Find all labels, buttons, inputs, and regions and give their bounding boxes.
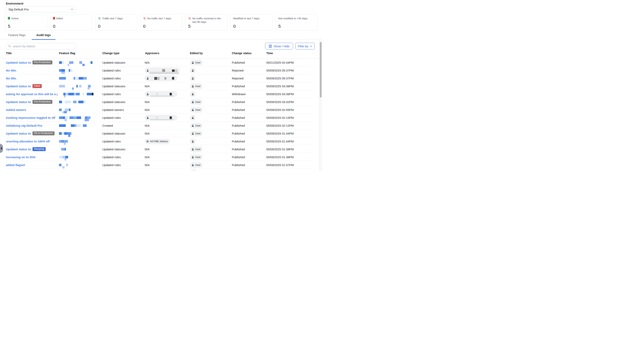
- feature-flag-redacted: [59, 101, 88, 103]
- approvers-redacted-pill: [145, 76, 177, 81]
- tab-feature-flags[interactable]: Feature flags: [4, 33, 30, 39]
- feature-flag-redacted: [59, 61, 92, 64]
- cell-change-status: Rejected: [232, 74, 265, 82]
- cell-edited-by: [190, 90, 231, 98]
- table-row: No title.Updated rulesRejected05/09/2025…: [0, 66, 322, 74]
- table-row: Added ownersUpdated ownersN/AUserPublish…: [0, 106, 322, 114]
- cell-feature-flag: [59, 90, 100, 98]
- audit-title-link[interactable]: No title.: [6, 77, 17, 80]
- edited-by-label: User: [195, 124, 201, 127]
- active-square-icon: [8, 17, 10, 20]
- audit-title-link[interactable]: asking for approval so this will be a pe: [6, 92, 58, 96]
- table-row: initializing stg-Default ProCreatedN/AUs…: [0, 122, 322, 129]
- approvers-redacted-pill: [145, 115, 177, 120]
- cell-approvers: All FME Admins: [145, 137, 189, 145]
- audit-title-link[interactable]: Updated status to: [6, 85, 31, 88]
- column-header-time: Time: [266, 52, 273, 55]
- cell-time: 05/21/2025 02:44PM: [266, 59, 318, 66]
- cell-feature-flag: [59, 74, 100, 82]
- edited-by-avatar-pill: [190, 76, 196, 81]
- cell-feature-flag: [59, 98, 100, 106]
- audit-title-link[interactable]: Added owners: [6, 108, 26, 112]
- edited-by-user-pill: User: [190, 123, 203, 128]
- stat-card-value: 5: [8, 24, 10, 29]
- cell-approvers: N/A: [145, 129, 189, 137]
- scrollbar-thumb[interactable]: [320, 42, 322, 98]
- cell-edited-by: [190, 74, 231, 82]
- table-body: Updated status toPre-ProductionUpdated s…: [0, 59, 322, 169]
- stat-card-label-text: Modified in last 7 days: [233, 17, 260, 20]
- cell-change-status: Published: [232, 114, 265, 122]
- stat-card: Not modified in >30 days5: [275, 14, 318, 31]
- cell-change-type: Updated rules: [102, 114, 144, 122]
- feature-flag-redacted: [59, 140, 68, 143]
- edited-by-user-pill: User: [190, 154, 203, 160]
- environment-select[interactable]: Stg-Default Pro: [6, 6, 76, 13]
- column-header-edited-by: Edited by: [190, 52, 203, 55]
- show-hide-button[interactable]: Show / Hide: [265, 43, 293, 50]
- scrollbar-track: [319, 40, 322, 171]
- person-icon: [192, 93, 194, 95]
- edited-by-label: User: [195, 156, 201, 159]
- cell-title: increasing on to 25%: [6, 153, 58, 161]
- cell-change-type: Updated statuses: [102, 98, 144, 106]
- cell-time: 05/09/2025 02:12PM: [266, 122, 318, 129]
- stat-card-label: Not modified in >30 days: [278, 17, 314, 20]
- environment-value: Stg-Default Pro: [8, 8, 29, 11]
- audit-title-link[interactable]: Updated status to: [6, 148, 31, 151]
- audit-title-link[interactable]: added flagset: [6, 163, 25, 167]
- cell-approvers: N/A: [145, 145, 189, 153]
- approvers-redacted-pill: [145, 68, 180, 73]
- audit-title-link[interactable]: Updated status to: [6, 100, 31, 104]
- cell-title: Added owners: [6, 106, 58, 114]
- cell-feature-flag: [59, 106, 100, 114]
- edited-by-label: User: [195, 132, 201, 135]
- audit-title-link[interactable]: initializing stg-Default Pro: [6, 124, 42, 127]
- cell-time: 05/09/2025 01:44PM: [266, 129, 318, 137]
- cell-approvers: N/A: [145, 82, 189, 90]
- cell-change-type: Updated rules: [102, 90, 144, 98]
- person-icon: [146, 116, 149, 119]
- feature-flag-redacted: [59, 164, 68, 166]
- show-hide-label: Show / Hide: [274, 45, 290, 48]
- cell-approvers: N/A: [145, 59, 189, 66]
- feature-flag-redacted: [59, 77, 88, 80]
- filter-by-label: Filter by: [298, 45, 308, 48]
- cell-approvers: [145, 90, 189, 98]
- audit-title-link[interactable]: Updated status to: [6, 61, 31, 64]
- cell-title: tracking impressions toggled to off: [6, 114, 58, 122]
- cell-title: Updated status toPre-Production: [6, 98, 58, 106]
- person-icon: [192, 124, 194, 127]
- feature-flag-redacted: [59, 124, 86, 127]
- stat-card: Traffic last 7 days0: [95, 14, 137, 31]
- cell-title: added flagset: [6, 161, 58, 169]
- tab-audit-logs[interactable]: Audit logs: [32, 33, 56, 39]
- stats-row: Active5Killed0Traffic last 7 days0No tra…: [5, 14, 318, 31]
- killed-square-icon: [53, 17, 55, 20]
- cell-approvers: N/A: [145, 161, 189, 169]
- cell-title: Updated status toKilled: [6, 82, 58, 90]
- cell-edited-by: User: [190, 153, 231, 161]
- search-box[interactable]: [6, 43, 76, 50]
- cell-change-status: Published: [232, 153, 265, 161]
- cell-feature-flag: [59, 137, 100, 145]
- column-header-feature-flag: Feature flag: [59, 52, 75, 55]
- audit-title-link[interactable]: Updated status to: [6, 132, 31, 135]
- cell-change-type: Updated rules: [102, 74, 144, 82]
- status-badge: Ramping: [32, 147, 46, 151]
- cell-feature-flag: [59, 122, 100, 129]
- audit-title-link[interactable]: increasing on to 25%: [6, 155, 36, 159]
- audit-title-link[interactable]: reverting allocation to 100% off: [6, 140, 50, 143]
- audit-title-link[interactable]: tracking impressions toggled to off: [6, 116, 55, 119]
- cell-feature-flag: [59, 59, 100, 66]
- audit-title-link[interactable]: No title.: [6, 69, 17, 72]
- cell-title: Updated status toPre-Production: [6, 59, 58, 66]
- person-icon: [192, 69, 194, 72]
- cell-time: 05/09/2025 01:38PM: [266, 145, 318, 153]
- filter-by-button[interactable]: Filter by: [296, 43, 315, 50]
- cell-change-status: Published: [232, 145, 265, 153]
- search-input[interactable]: [12, 44, 74, 48]
- cell-change-status: Withdrawn: [232, 90, 265, 98]
- stat-card-label: Modified in last 7 days: [233, 17, 270, 20]
- cell-approvers: N/A: [145, 122, 189, 129]
